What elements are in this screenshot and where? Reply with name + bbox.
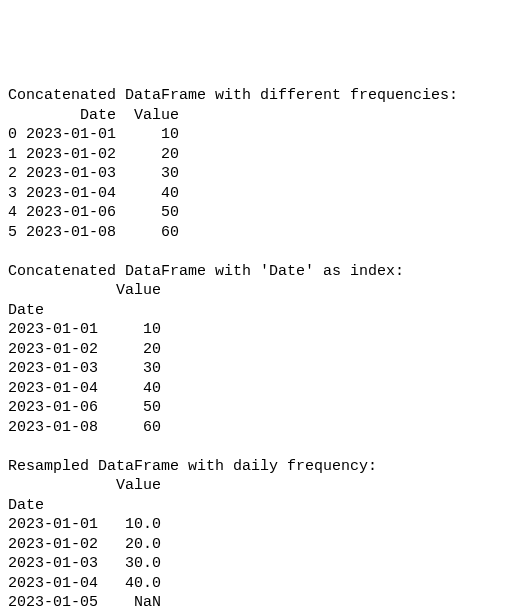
table-row: 2023-01-04 40 <box>8 380 161 397</box>
table-row: 2023-01-08 60 <box>8 419 161 436</box>
table-row: 3 2023-01-04 40 <box>8 185 179 202</box>
section1-header: Date Value <box>8 107 179 124</box>
table-row: 2023-01-05 NaN <box>8 594 161 607</box>
table-row: 2023-01-01 10 <box>8 321 161 338</box>
section2-title: Concatenated DataFrame with 'Date' as in… <box>8 263 404 280</box>
table-row: 1 2023-01-02 20 <box>8 146 179 163</box>
table-row: 2 2023-01-03 30 <box>8 165 179 182</box>
table-row: 2023-01-03 30 <box>8 360 161 377</box>
table-row: 2023-01-01 10.0 <box>8 516 161 533</box>
section3-index-label: Date <box>8 497 44 514</box>
table-row: 2023-01-04 40.0 <box>8 575 161 592</box>
table-row: 4 2023-01-06 50 <box>8 204 179 221</box>
console-output: Concatenated DataFrame with different fr… <box>8 86 512 607</box>
section3-title: Resampled DataFrame with daily frequency… <box>8 458 377 475</box>
section2-index-label: Date <box>8 302 44 319</box>
table-row: 2023-01-03 30.0 <box>8 555 161 572</box>
section2-header: Value <box>8 282 161 299</box>
table-row: 2023-01-06 50 <box>8 399 161 416</box>
section1-title: Concatenated DataFrame with different fr… <box>8 87 458 104</box>
table-row: 2023-01-02 20.0 <box>8 536 161 553</box>
table-row: 0 2023-01-01 10 <box>8 126 179 143</box>
section3-header: Value <box>8 477 161 494</box>
table-row: 2023-01-02 20 <box>8 341 161 358</box>
table-row: 5 2023-01-08 60 <box>8 224 179 241</box>
